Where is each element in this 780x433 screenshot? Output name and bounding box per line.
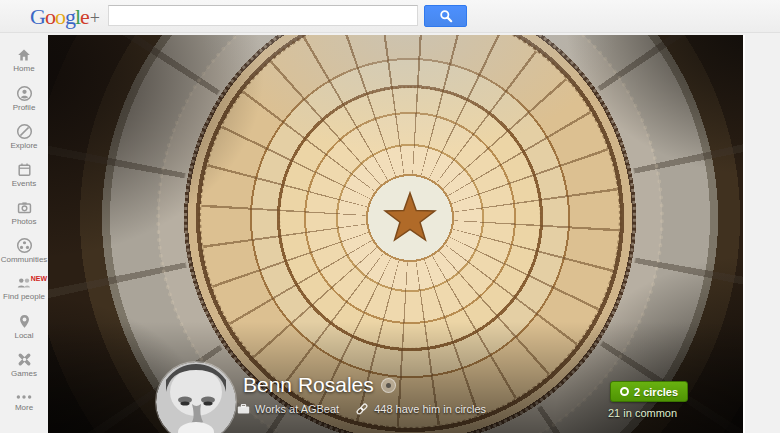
sidebar-item-label: Find people bbox=[3, 292, 45, 301]
sidebar-item-explore[interactable]: Explore bbox=[0, 117, 48, 155]
sidebar-item-more[interactable]: More bbox=[0, 383, 48, 421]
events-icon bbox=[16, 161, 33, 178]
sidebar-item-games[interactable]: Games bbox=[0, 345, 48, 383]
search-icon bbox=[439, 9, 453, 23]
search-input[interactable] bbox=[108, 5, 418, 26]
sidebar-item-label: Home bbox=[13, 64, 34, 73]
home-icon bbox=[15, 47, 33, 63]
sidebar-item-label: Local bbox=[14, 331, 33, 340]
circles-button[interactable]: 2 circles bbox=[610, 381, 688, 402]
profile-icon bbox=[16, 85, 33, 102]
sidebar-item-label: More bbox=[15, 403, 33, 412]
search-button[interactable] bbox=[424, 5, 467, 27]
left-nav-sidebar: Home Profile Explore Events Phot bbox=[0, 33, 48, 433]
sidebar-item-label: Events bbox=[12, 179, 36, 188]
cover-photo[interactable]: Benn Rosales Works at AGBeat 448 have hi… bbox=[48, 35, 745, 433]
followers-text: 448 have him in circles bbox=[374, 403, 486, 415]
photos-icon bbox=[16, 199, 33, 216]
sidebar-item-profile[interactable]: Profile bbox=[0, 79, 48, 117]
sidebar-item-local[interactable]: Local bbox=[0, 307, 48, 345]
sidebar-item-home[interactable]: Home bbox=[0, 41, 48, 79]
work-text: Works at AGBeat bbox=[255, 403, 339, 415]
sidebar-item-label: Games bbox=[11, 369, 37, 378]
sidebar-item-label: Photos bbox=[12, 217, 37, 226]
sidebar-item-label: Communities bbox=[1, 255, 48, 264]
sidebar-item-photos[interactable]: Photos bbox=[0, 193, 48, 231]
new-badge: NEW bbox=[31, 275, 47, 282]
top-bar: Google+ bbox=[0, 0, 780, 33]
explore-icon bbox=[16, 123, 33, 140]
sidebar-item-events[interactable]: Events bbox=[0, 155, 48, 193]
communities-icon bbox=[16, 237, 33, 254]
circle-icon bbox=[620, 387, 629, 396]
circles-link-icon bbox=[355, 402, 369, 416]
sidebar-item-label: Profile bbox=[13, 103, 36, 112]
sidebar-item-label: Explore bbox=[10, 141, 37, 150]
page-gutter bbox=[747, 35, 780, 433]
work-briefcase-icon bbox=[237, 403, 250, 415]
sidebar-item-find-people[interactable]: NEW Find people bbox=[0, 269, 48, 307]
in-common-link[interactable]: 21 in common bbox=[608, 407, 677, 419]
profile-settings-icon[interactable] bbox=[381, 378, 396, 393]
profile-name: Benn Rosales bbox=[243, 373, 374, 397]
local-icon bbox=[16, 313, 33, 330]
games-icon bbox=[16, 351, 33, 368]
more-icon bbox=[15, 392, 33, 402]
avatar[interactable] bbox=[156, 362, 236, 433]
sidebar-item-communities[interactable]: Communities bbox=[0, 231, 48, 269]
google-plus-logo[interactable]: Google+ bbox=[30, 4, 99, 30]
